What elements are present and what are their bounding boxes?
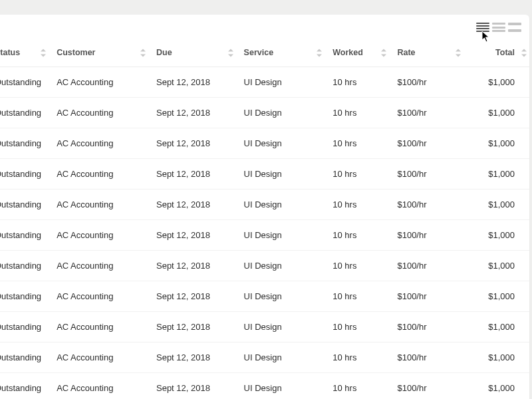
cell-status: Outstanding — [0, 190, 53, 220]
cell-rate: $100/hr — [393, 312, 467, 342]
cell-total: $1,000 — [467, 128, 529, 159]
cell-total: $1,000 — [467, 281, 529, 312]
col-status-label: Status — [0, 48, 20, 57]
cell-service: UI Design — [240, 220, 329, 251]
cell-customer: AC Accounting — [53, 98, 152, 128]
sort-icon — [317, 49, 322, 57]
cell-worked: 10 hrs — [329, 220, 393, 251]
cell-due: Sept 12, 2018 — [152, 98, 240, 128]
col-total[interactable]: Total — [467, 40, 529, 67]
density-normal-button[interactable] — [492, 22, 505, 33]
col-total-label: Total — [495, 48, 515, 57]
sort-icon — [41, 49, 46, 57]
cell-status: Outstanding — [0, 220, 53, 251]
data-sheet: Status Customer Due Service Worked Rate … — [0, 15, 529, 399]
cell-service: UI Design — [240, 251, 329, 281]
col-due-label: Due — [156, 48, 172, 57]
table-row[interactable]: OutstandingAC AccountingSept 12, 2018UI … — [0, 373, 529, 400]
cell-worked: 10 hrs — [329, 98, 393, 128]
table-row[interactable]: OutstandingAC AccountingSept 12, 2018UI … — [0, 342, 529, 373]
cell-status: Outstanding — [0, 281, 53, 312]
density-comfortable-button[interactable] — [508, 22, 521, 33]
cell-total: $1,000 — [467, 67, 529, 98]
col-service[interactable]: Service — [240, 40, 329, 67]
table-row[interactable]: OutstandingAC AccountingSept 12, 2018UI … — [0, 128, 529, 159]
cell-service: UI Design — [240, 98, 329, 128]
cell-customer: AC Accounting — [53, 251, 152, 281]
cell-service: UI Design — [240, 342, 329, 373]
cell-rate: $100/hr — [393, 128, 467, 159]
col-due[interactable]: Due — [152, 40, 240, 67]
cell-worked: 10 hrs — [329, 251, 393, 281]
table-row[interactable]: OutstandingAC AccountingSept 12, 2018UI … — [0, 281, 529, 312]
sort-icon — [456, 49, 461, 57]
cell-service: UI Design — [240, 128, 329, 159]
table-row[interactable]: OutstandingAC AccountingSept 12, 2018UI … — [0, 159, 529, 190]
cell-total: $1,000 — [467, 190, 529, 220]
cell-customer: AC Accounting — [53, 67, 152, 98]
cell-worked: 10 hrs — [329, 159, 393, 190]
cell-worked: 10 hrs — [329, 190, 393, 220]
col-customer-label: Customer — [57, 48, 95, 57]
cell-rate: $100/hr — [393, 159, 467, 190]
col-customer[interactable]: Customer — [53, 40, 152, 67]
cell-status: Outstanding — [0, 67, 53, 98]
sort-icon — [521, 49, 527, 57]
cell-rate: $100/hr — [393, 281, 467, 312]
sort-icon — [140, 49, 146, 57]
cell-worked: 10 hrs — [329, 281, 393, 312]
density-compact-button[interactable] — [476, 22, 489, 33]
cell-rate: $100/hr — [393, 190, 467, 220]
cell-rate: $100/hr — [393, 373, 467, 400]
cell-customer: AC Accounting — [53, 281, 152, 312]
cell-total: $1,000 — [467, 98, 529, 128]
cell-due: Sept 12, 2018 — [152, 128, 240, 159]
table-row[interactable]: OutstandingAC AccountingSept 12, 2018UI … — [0, 251, 529, 281]
cell-service: UI Design — [240, 281, 329, 312]
table-row[interactable]: OutstandingAC AccountingSept 12, 2018UI … — [0, 312, 529, 342]
col-rate[interactable]: Rate — [393, 40, 467, 67]
cell-status: Outstanding — [0, 98, 53, 128]
col-worked-label: Worked — [332, 48, 363, 57]
cell-rate: $100/hr — [393, 251, 467, 281]
cell-worked: 10 hrs — [329, 312, 393, 342]
cell-service: UI Design — [240, 312, 329, 342]
cell-due: Sept 12, 2018 — [152, 251, 240, 281]
col-status[interactable]: Status — [0, 40, 53, 67]
cell-customer: AC Accounting — [53, 373, 152, 400]
cell-status: Outstanding — [0, 342, 53, 373]
cell-service: UI Design — [240, 159, 329, 190]
table-row[interactable]: OutstandingAC AccountingSept 12, 2018UI … — [0, 67, 529, 98]
cell-rate: $100/hr — [393, 98, 467, 128]
cell-rate: $100/hr — [393, 220, 467, 251]
cell-status: Outstanding — [0, 312, 53, 342]
cell-total: $1,000 — [467, 220, 529, 251]
cell-due: Sept 12, 2018 — [152, 159, 240, 190]
sort-icon — [381, 49, 386, 57]
table-row[interactable]: OutstandingAC AccountingSept 12, 2018UI … — [0, 220, 529, 251]
cell-worked: 10 hrs — [329, 128, 393, 159]
cell-status: Outstanding — [0, 373, 53, 400]
cell-total: $1,000 — [467, 342, 529, 373]
invoices-table: Status Customer Due Service Worked Rate … — [0, 40, 529, 399]
cell-customer: AC Accounting — [53, 220, 152, 251]
cell-service: UI Design — [240, 190, 329, 220]
cell-total: $1,000 — [467, 251, 529, 281]
cell-service: UI Design — [240, 67, 329, 98]
view-toolbar — [0, 15, 529, 40]
cell-service: UI Design — [240, 373, 329, 400]
table-row[interactable]: OutstandingAC AccountingSept 12, 2018UI … — [0, 190, 529, 220]
cell-status: Outstanding — [0, 251, 53, 281]
table-row[interactable]: OutstandingAC AccountingSept 12, 2018UI … — [0, 98, 529, 128]
cell-customer: AC Accounting — [53, 128, 152, 159]
cell-customer: AC Accounting — [53, 159, 152, 190]
cell-due: Sept 12, 2018 — [152, 342, 240, 373]
cell-worked: 10 hrs — [329, 67, 393, 98]
app-canvas: Status Customer Due Service Worked Rate … — [0, 0, 532, 399]
col-service-label: Service — [244, 48, 273, 57]
col-worked[interactable]: Worked — [329, 40, 393, 67]
cell-rate: $100/hr — [393, 342, 467, 373]
cell-due: Sept 12, 2018 — [152, 373, 240, 400]
cell-status: Outstanding — [0, 159, 53, 190]
cell-customer: AC Accounting — [53, 342, 152, 373]
